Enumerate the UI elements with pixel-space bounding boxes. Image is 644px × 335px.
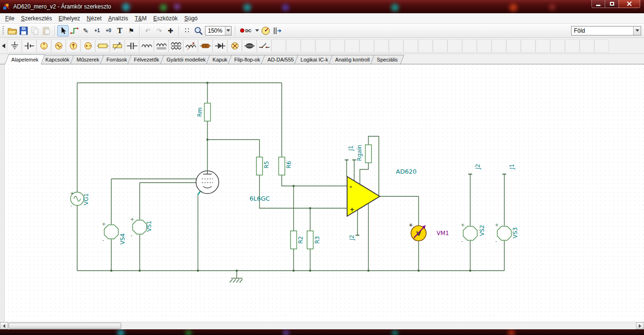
component-r5[interactable] bbox=[257, 157, 263, 175]
transformer-icon bbox=[170, 41, 182, 51]
menu-insert[interactable]: Elhelyez bbox=[55, 14, 83, 23]
component-r2[interactable] bbox=[291, 231, 297, 249]
component-slot-empty bbox=[492, 39, 506, 53]
menu-help[interactable]: Súgó bbox=[181, 14, 201, 23]
logic-low-button[interactable]: +0 bbox=[103, 25, 114, 36]
taskbar[interactable] bbox=[0, 329, 644, 335]
tab-specialis[interactable]: Speciális bbox=[371, 55, 404, 64]
component-inductor-button[interactable] bbox=[139, 39, 154, 53]
component-iron-core-inductor-button[interactable] bbox=[154, 39, 169, 53]
component-fuse-button[interactable] bbox=[242, 39, 257, 53]
ground-node-combobox[interactable]: Föld bbox=[571, 26, 641, 35]
dc-indicator-icon bbox=[240, 28, 244, 33]
toolbar-collapse-handle[interactable] bbox=[2, 44, 5, 48]
maximize-button[interactable] bbox=[605, 0, 618, 8]
schematic-canvas[interactable]: - + V + + - + - + - bbox=[5, 64, 644, 322]
dc-analysis-button[interactable]: DC bbox=[238, 25, 254, 36]
scroll-right-button[interactable] bbox=[636, 322, 644, 329]
open-button[interactable] bbox=[7, 25, 18, 36]
opamp-inverting-mark: - bbox=[349, 183, 352, 190]
scrollbar-thumb[interactable] bbox=[9, 323, 121, 329]
move-tool-button[interactable]: ✚ bbox=[165, 25, 176, 36]
tab-alapelemek[interactable]: Alapelemek bbox=[5, 54, 45, 64]
meter-button[interactable] bbox=[260, 25, 271, 36]
component-voltage-source-button[interactable] bbox=[36, 39, 51, 53]
component-voltage-generator-button[interactable] bbox=[51, 39, 66, 53]
component-ad620-opamp[interactable]: - + bbox=[347, 176, 380, 216]
component-slot-empty bbox=[359, 39, 374, 53]
tab-gyartoi-modellek[interactable]: Gyártói modellek bbox=[160, 55, 212, 64]
component-ground[interactable] bbox=[230, 278, 242, 282]
menu-edit[interactable]: Szerkesztés bbox=[18, 14, 55, 23]
component-capacitor-button[interactable] bbox=[125, 39, 139, 53]
toolbar-grip[interactable] bbox=[2, 26, 5, 35]
component-r3[interactable] bbox=[307, 231, 313, 249]
component-lamp-button[interactable] bbox=[227, 39, 242, 53]
component-vs3[interactable] bbox=[497, 226, 511, 240]
component-vs4[interactable] bbox=[104, 225, 118, 239]
component-current-source-button[interactable] bbox=[66, 39, 80, 53]
menu-file[interactable]: File bbox=[2, 14, 18, 23]
component-slot-empty bbox=[536, 39, 550, 53]
logic-high-button[interactable]: +1 bbox=[91, 25, 103, 36]
select-cursor-button[interactable] bbox=[57, 25, 69, 36]
copy-button[interactable] bbox=[29, 25, 41, 36]
paste-button[interactable] bbox=[41, 25, 52, 36]
ground-node-dropdown-button[interactable] bbox=[633, 26, 641, 35]
label-r6: R6 bbox=[286, 161, 292, 168]
component-switch-button[interactable] bbox=[257, 39, 271, 53]
undo-icon: ↶ bbox=[145, 27, 151, 34]
component-r6[interactable] bbox=[279, 157, 285, 175]
component-resistor-us-button[interactable] bbox=[198, 39, 213, 53]
wire-tool-button[interactable] bbox=[69, 25, 80, 36]
zoom-dropdown-button[interactable] bbox=[225, 26, 231, 35]
scroll-left-button[interactable] bbox=[0, 322, 8, 329]
component-slot-empty bbox=[447, 39, 462, 53]
grid-toggle-button[interactable] bbox=[181, 25, 193, 36]
pen-tool-button[interactable]: ✎ bbox=[80, 25, 91, 36]
menu-tm[interactable]: T&M bbox=[132, 14, 150, 23]
component-potentiometer-button[interactable] bbox=[110, 39, 125, 53]
aero-glass-reflection bbox=[122, 3, 130, 11]
component-vm1-voltmeter[interactable]: V + bbox=[409, 222, 426, 241]
component-battery-button[interactable] bbox=[22, 39, 36, 53]
aero-glass-reflection bbox=[282, 4, 289, 11]
text-tool-button[interactable]: T bbox=[114, 25, 125, 36]
svg-text:+: + bbox=[102, 221, 106, 227]
label-tube: 6L6GC bbox=[250, 195, 270, 202]
component-vs1[interactable] bbox=[133, 220, 147, 234]
component-rm[interactable] bbox=[205, 103, 211, 121]
flag-tool-button[interactable]: ⚑ bbox=[125, 25, 137, 36]
component-current-generator-button[interactable] bbox=[80, 39, 95, 53]
zoom-button[interactable] bbox=[193, 25, 204, 36]
component-ground-button[interactable] bbox=[7, 39, 22, 53]
redo-button[interactable]: ↷ bbox=[153, 25, 165, 36]
label-j1-right: J1 bbox=[509, 164, 515, 169]
workspace: - + V + + - + - + - bbox=[0, 64, 644, 322]
menu-view[interactable]: Nézet bbox=[83, 14, 105, 23]
component-coupled-inductors-button[interactable] bbox=[183, 39, 198, 53]
component-tube-6l6gc[interactable] bbox=[196, 171, 219, 194]
label-vm1: VM1 bbox=[437, 230, 449, 237]
minimize-button[interactable] bbox=[591, 0, 605, 8]
zoom-level-combobox[interactable]: 150% bbox=[205, 26, 232, 35]
titlebar[interactable]: AD620_mero_v2 - Áramkör szerkeszto bbox=[0, 0, 644, 13]
ground-node-value: Föld bbox=[572, 27, 633, 34]
component-vs2[interactable] bbox=[463, 226, 477, 240]
menu-analysis[interactable]: Analízis bbox=[105, 14, 131, 23]
menu-tools[interactable]: Eszközök bbox=[150, 14, 181, 23]
component-transformer-button[interactable] bbox=[169, 39, 183, 53]
save-button[interactable] bbox=[18, 25, 29, 36]
switch-icon bbox=[258, 41, 270, 51]
undo-button[interactable]: ↶ bbox=[142, 25, 153, 36]
component-labels[interactable]: Rm VG1 VS4 VS1 6L6GC R5 R6 R2 R3 J1 Rgai… bbox=[83, 107, 519, 245]
taskbar-item-glow bbox=[283, 330, 289, 335]
component-rgain[interactable] bbox=[366, 145, 372, 163]
dc-mode-dropdown-button[interactable] bbox=[254, 25, 260, 36]
component-diode-button[interactable] bbox=[213, 39, 227, 53]
close-button[interactable] bbox=[618, 0, 640, 8]
component-resistor-button[interactable] bbox=[95, 39, 110, 53]
tab-analog-kontroll[interactable]: Analóg kontroll bbox=[329, 55, 376, 64]
instrument-probe-button[interactable] bbox=[271, 25, 283, 36]
horizontal-scrollbar[interactable] bbox=[0, 322, 644, 329]
